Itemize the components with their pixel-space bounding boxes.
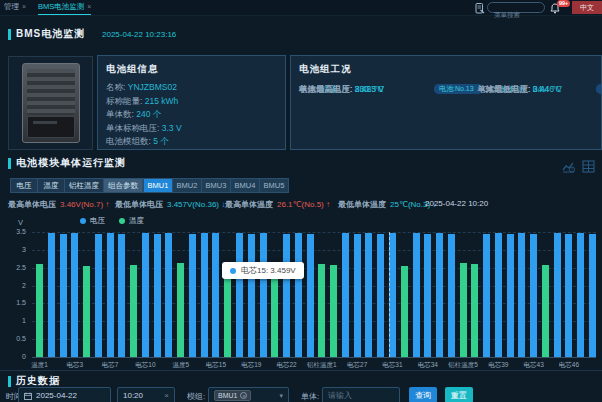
date-input[interactable]	[36, 391, 105, 400]
bmu-tab-BMU2[interactable]: BMU2	[172, 178, 202, 193]
pack-info-panel: 电池组信息 名称: YNJZBMS02标称能量: 215 kWh单体数: 240…	[97, 55, 286, 150]
bar-电压[interactable]	[554, 233, 561, 357]
bar-温度[interactable]	[330, 265, 337, 357]
browser-tab-2[interactable]: BMS电池监测×	[38, 2, 91, 15]
bar-电压[interactable]	[448, 234, 455, 357]
bar-温度[interactable]	[401, 266, 408, 357]
info-value: YNJZBMS02	[128, 82, 177, 92]
bar-电压[interactable]	[530, 234, 537, 357]
x-tick-label: 电芯43	[524, 361, 544, 370]
info-value: 3.3 V	[162, 123, 182, 133]
bar-电压[interactable]	[154, 234, 161, 357]
bar-电压[interactable]	[48, 233, 55, 357]
module-tag: BMU1 ×	[214, 390, 251, 401]
bar-温度[interactable]	[130, 265, 137, 357]
stat-label: 最高单体温度	[225, 200, 273, 209]
bar-电压[interactable]	[71, 233, 78, 357]
bar-电压[interactable]	[248, 234, 255, 357]
status-value: 24.4 ℃	[533, 84, 561, 94]
param-tab-铝柱温度[interactable]: 铝柱温度	[64, 178, 104, 193]
bar-电压[interactable]	[107, 233, 114, 357]
bar-电压[interactable]	[354, 234, 361, 357]
query-button[interactable]: 查询	[409, 387, 437, 402]
time-input[interactable]	[123, 391, 162, 400]
x-tick-label: 电芯7	[102, 361, 119, 370]
bar-电压[interactable]	[283, 234, 290, 357]
y-tick-label: 3.5	[0, 228, 26, 235]
bar-电压[interactable]	[413, 233, 420, 357]
date-picker[interactable]	[18, 387, 111, 402]
bar-电压[interactable]	[165, 233, 172, 357]
history-chart-icon[interactable]	[562, 160, 576, 173]
bar-电压[interactable]	[377, 234, 384, 357]
bar-温度[interactable]	[542, 265, 549, 357]
bar-电压[interactable]	[189, 234, 196, 357]
bar-温度[interactable]	[318, 264, 325, 357]
cell-input[interactable]	[328, 391, 394, 400]
language-button[interactable]: 中文	[572, 1, 602, 14]
tab-close-icon[interactable]: ×	[87, 3, 91, 10]
document-icon[interactable]	[475, 3, 485, 14]
bar-电压[interactable]	[201, 233, 208, 357]
tab-close-icon[interactable]: ×	[22, 3, 26, 10]
bar-电压[interactable]	[118, 234, 125, 357]
bar-电压[interactable]	[389, 233, 396, 357]
module-select[interactable]: BMU1 × ▾	[208, 387, 289, 402]
bar-电压[interactable]	[565, 234, 572, 357]
bar-电压[interactable]	[436, 233, 443, 357]
info-row: 电池模组数: 5 个	[106, 135, 285, 149]
param-tab-温度[interactable]: 温度	[37, 178, 65, 193]
bar-电压[interactable]	[60, 234, 67, 357]
bar-电压[interactable]	[95, 234, 102, 357]
bar-温度[interactable]	[224, 266, 231, 357]
title-accent-bar	[8, 29, 11, 40]
bmu-tab-BMU3[interactable]: BMU3	[201, 178, 231, 193]
bar-温度[interactable]	[83, 266, 90, 357]
stats-row: 最高单体电压3.46V(No.7) ↑最低单体电压3.457V(No.36) ↓…	[8, 199, 602, 210]
bar-电压[interactable]	[518, 233, 525, 357]
bar-温度[interactable]	[271, 266, 278, 357]
reset-button[interactable]: 重置	[445, 387, 473, 402]
bar-电压[interactable]	[342, 233, 349, 357]
bar-电压[interactable]	[495, 233, 502, 357]
param-tab-组合参数[interactable]: 组合参数	[103, 178, 143, 193]
bmu-tab-BMU4[interactable]: BMU4	[230, 178, 260, 193]
x-tick-label: 温度1	[31, 361, 48, 370]
pack-info-title: 电池组信息	[106, 63, 285, 76]
bar-电压[interactable]	[365, 233, 372, 357]
browser-tab-1[interactable]: 管理×	[4, 2, 26, 12]
clear-time-icon[interactable]: ×	[164, 391, 169, 400]
stat-3: 最高单体温度26.1℃(No.5) ↑	[225, 199, 330, 210]
bar-电压[interactable]	[142, 233, 149, 357]
y-tick-label: 0.5	[0, 335, 26, 342]
bar-电压[interactable]	[295, 233, 302, 357]
search-input[interactable]	[488, 10, 544, 19]
bar-温度[interactable]	[460, 263, 467, 357]
bar-温度[interactable]	[471, 264, 478, 357]
data-table-icon[interactable]	[582, 160, 595, 173]
bar-电压[interactable]	[589, 234, 596, 357]
remove-tag-icon[interactable]: ×	[240, 392, 247, 399]
param-tab-电压[interactable]: 电压	[10, 178, 38, 193]
bmu-tab-BMU5[interactable]: BMU5	[259, 178, 289, 193]
time-picker[interactable]: ×	[117, 387, 175, 402]
bar-电压[interactable]	[307, 234, 314, 357]
status-value: 26.2 ℃	[355, 84, 383, 94]
bar-电压[interactable]	[260, 233, 267, 357]
bar-电压[interactable]	[424, 234, 431, 357]
bar-电压[interactable]	[507, 234, 514, 357]
x-tick-label: 温度5	[172, 361, 189, 370]
bmu-tab-BMU1[interactable]: BMU1	[143, 178, 173, 193]
battery-no-badge: 电池	[596, 84, 602, 94]
info-label: 标称能量:	[106, 96, 145, 106]
bar-电压[interactable]	[483, 234, 490, 357]
bar-温度[interactable]	[36, 264, 43, 357]
bar-温度[interactable]	[177, 263, 184, 357]
bar-电压[interactable]	[236, 233, 243, 357]
bar-电压[interactable]	[577, 233, 584, 357]
tab-label: BMS电池监测	[38, 2, 84, 11]
x-tick-label: 电芯34	[418, 361, 438, 370]
notification-badge: 99+	[557, 0, 570, 7]
stats-timestamp: 2025-04-22 10:20	[425, 199, 488, 208]
bar-电压[interactable]	[212, 233, 219, 357]
